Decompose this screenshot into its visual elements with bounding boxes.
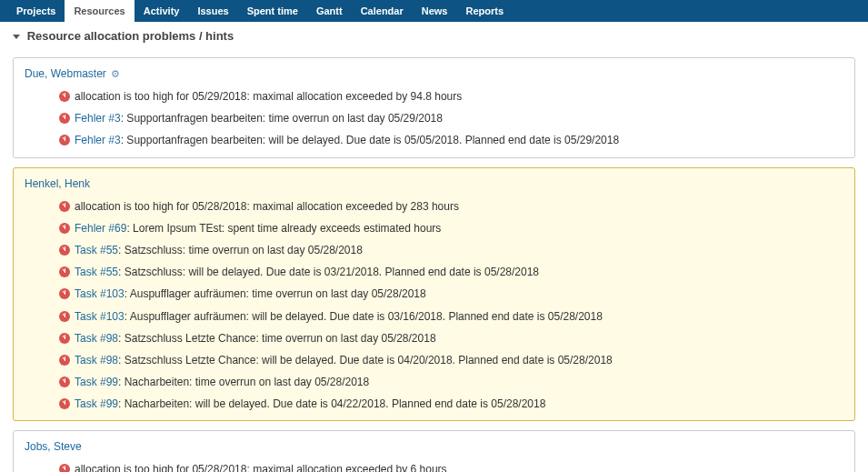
problem-item: Fehler #69: Lorem Ipsum TEst: spent time… — [25, 217, 843, 239]
problem-item: Task #99: Nacharbeiten: time overrun on … — [25, 371, 843, 393]
problem-message: : Supportanfragen bearbeiten: time overr… — [121, 112, 443, 125]
nav-resources[interactable]: Resources — [65, 0, 134, 22]
problem-item: Task #103: Auspufflager aufräumen: time … — [25, 283, 843, 305]
problem-message: allocation is too high for 05/28/2018: m… — [75, 200, 459, 213]
problem-item: Task #55: Satzschluss: will be delayed. … — [25, 261, 843, 283]
clock-warning-icon — [59, 266, 70, 277]
issue-link[interactable]: Task #103 — [75, 310, 125, 323]
issue-link[interactable]: Task #98 — [75, 332, 118, 345]
person-name-link[interactable]: Henkel, Henk — [25, 176, 843, 196]
clock-warning-icon — [59, 355, 70, 366]
problem-item: Fehler #3: Supportanfragen bearbeiten: t… — [25, 107, 843, 129]
issue-link[interactable]: Task #55 — [75, 266, 118, 278]
problem-message: : Auspufflager aufräumen: will be delaye… — [125, 310, 603, 323]
problem-message: : Auspufflager aufräumen: time overrun o… — [125, 287, 426, 300]
nav-news[interactable]: News — [413, 0, 457, 22]
content-area: Due, Webmaster ⚙allocation is too high f… — [0, 57, 868, 472]
problem-message: : Satzschluss Letzte Chance: time overru… — [118, 332, 436, 345]
nav-spent-time[interactable]: Spent time — [238, 0, 307, 22]
clock-warning-icon — [59, 113, 70, 124]
issue-link[interactable]: Task #99 — [75, 397, 118, 410]
issue-link[interactable]: Fehler #3 — [75, 134, 121, 146]
problem-item: Task #55: Satzschluss: time overrun on l… — [25, 239, 843, 261]
nav-reports[interactable]: Reports — [456, 0, 513, 22]
nav-calendar[interactable]: Calendar — [352, 0, 413, 22]
person-box: Due, Webmaster ⚙allocation is too high f… — [13, 57, 855, 158]
problem-message: allocation is too high for 05/28/2018: m… — [75, 463, 447, 472]
problem-item: allocation is too high for 05/29/2018: m… — [25, 85, 843, 107]
clock-warning-icon — [59, 377, 70, 387]
gear-icon[interactable]: ⚙ — [111, 68, 120, 79]
clock-warning-icon — [59, 91, 70, 102]
issue-link[interactable]: Fehler #69 — [75, 222, 126, 235]
clock-warning-icon — [59, 245, 70, 256]
nav-gantt[interactable]: Gantt — [307, 0, 352, 22]
problem-message: : Satzschluss: will be delayed. Due date… — [118, 266, 539, 278]
problem-message: : Supportanfragen bearbeiten: will be de… — [121, 134, 619, 146]
issue-link[interactable]: Fehler #3 — [75, 112, 121, 125]
main-nav: ProjectsResourcesActivityIssuesSpent tim… — [0, 0, 868, 22]
clock-warning-icon — [59, 201, 70, 212]
problem-message: : Nacharbeiten: time overrun on last day… — [118, 376, 369, 388]
problem-item: Task #103: Auspufflager aufräumen: will … — [25, 306, 843, 327]
nav-issues[interactable]: Issues — [188, 0, 237, 22]
clock-warning-icon — [59, 311, 70, 322]
collapse-icon[interactable] — [13, 35, 20, 39]
problem-message: allocation is too high for 05/29/2018: m… — [75, 90, 462, 103]
problem-item: Task #99: Nacharbeiten: will be delayed.… — [25, 393, 843, 415]
section-title: Resource allocation problems / hints — [27, 29, 234, 43]
problem-item: allocation is too high for 05/28/2018: m… — [25, 196, 843, 217]
clock-warning-icon — [59, 398, 70, 409]
problem-message: : Satzschluss: time overrun on last day … — [118, 244, 363, 256]
clock-warning-icon — [59, 464, 70, 472]
person-name-link[interactable]: Due, Webmaster ⚙ — [25, 65, 843, 85]
person-box: Jobs, Steveallocation is too high for 05… — [13, 430, 855, 472]
issue-link[interactable]: Task #55 — [75, 244, 118, 256]
problem-message: : Satzschluss Letzte Chance: will be del… — [118, 354, 613, 367]
issue-link[interactable]: Task #103 — [75, 287, 125, 300]
person-box: Henkel, Henkallocation is too high for 0… — [13, 167, 855, 422]
nav-projects[interactable]: Projects — [7, 0, 65, 22]
person-name-link[interactable]: Jobs, Steve — [25, 438, 843, 458]
issue-link[interactable]: Task #99 — [75, 376, 118, 388]
problem-item: Task #98: Satzschluss Letzte Chance: wil… — [25, 349, 843, 371]
problem-item: Task #98: Satzschluss Letzte Chance: tim… — [25, 327, 843, 349]
clock-warning-icon — [59, 333, 70, 344]
section-header: Resource allocation problems / hints — [0, 22, 868, 48]
problem-message: : Nacharbeiten: will be delayed. Due dat… — [118, 397, 545, 410]
problem-message: : Lorem Ipsum TEst: spent time already e… — [126, 222, 441, 235]
nav-activity[interactable]: Activity — [135, 0, 189, 22]
clock-warning-icon — [59, 223, 70, 234]
problem-item: allocation is too high for 05/28/2018: m… — [25, 458, 843, 472]
clock-warning-icon — [59, 288, 70, 299]
issue-link[interactable]: Task #98 — [75, 354, 118, 367]
problem-item: Fehler #3: Supportanfragen bearbeiten: w… — [25, 129, 843, 151]
clock-warning-icon — [59, 135, 70, 146]
